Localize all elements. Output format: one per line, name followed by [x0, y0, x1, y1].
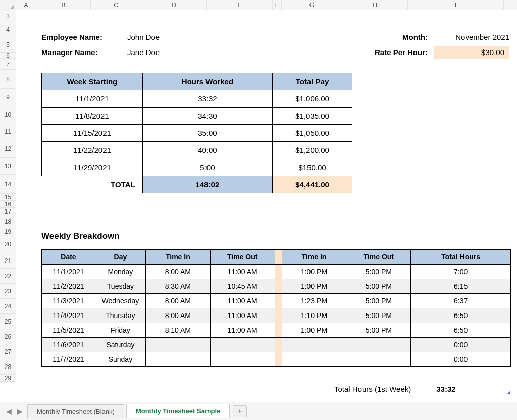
row-header-6[interactable]: 6: [0, 52, 16, 59]
bd-cell-timeout2[interactable]: 5:00 PM: [346, 279, 411, 294]
add-sheet-button[interactable]: +: [233, 405, 247, 417]
row-header-21[interactable]: 21: [0, 253, 16, 269]
bd-cell-day[interactable]: Wednesday: [95, 294, 145, 308]
bd-cell-total[interactable]: 7:00: [411, 265, 511, 279]
summary-cell-pay[interactable]: $1,050.00: [273, 125, 352, 142]
bd-cell-day[interactable]: Monday: [95, 265, 145, 279]
row-header-3[interactable]: 3: [0, 10, 16, 22]
summary-cell-week[interactable]: 11/15/2021: [42, 125, 143, 142]
row-header-18[interactable]: 18: [0, 215, 16, 228]
select-all-corner[interactable]: [0, 0, 16, 10]
row-header-14[interactable]: 14: [0, 175, 16, 194]
row-header-13[interactable]: 13: [0, 158, 16, 175]
bd-cell-date[interactable]: 11/1/2021: [42, 265, 95, 279]
bd-cell-timeout2[interactable]: 5:00 PM: [346, 308, 411, 323]
bd-cell-timein2[interactable]: 1:00 PM: [282, 265, 346, 279]
summary-row[interactable]: 11/1/202133:32$1,006.00: [42, 90, 352, 108]
bd-cell-timeout2[interactable]: 5:00 PM: [346, 294, 411, 308]
bd-cell-timeout1[interactable]: 11:00 AM: [210, 323, 275, 338]
bd-cell-date[interactable]: 11/5/2021: [42, 323, 95, 338]
row-header-26[interactable]: 26: [0, 329, 16, 344]
row-header-12[interactable]: 12: [0, 140, 16, 158]
bd-cell-day[interactable]: Sunday: [95, 352, 145, 367]
summary-cell-hours[interactable]: 33:32: [142, 90, 272, 108]
bd-cell-date[interactable]: 11/2/2021: [42, 279, 95, 294]
summary-cell-pay[interactable]: $1,200.00: [273, 142, 352, 159]
bd-cell-timein1[interactable]: 8:30 AM: [145, 279, 210, 294]
summary-row[interactable]: 11/15/202135:00$1,050.00: [42, 125, 352, 142]
col-header-E[interactable]: E: [207, 0, 273, 10]
bd-cell-timein1[interactable]: 8:00 AM: [145, 308, 210, 323]
bd-cell-date[interactable]: 11/7/2021: [42, 352, 95, 367]
breakdown-row[interactable]: 11/4/2021Thursday8:00 AM11:00 AM1:10 PM5…: [42, 308, 511, 323]
rate-value[interactable]: $30.00: [434, 46, 509, 59]
col-header-A[interactable]: A: [16, 0, 36, 10]
bd-cell-date[interactable]: 11/3/2021: [42, 294, 95, 308]
row-header-27[interactable]: 27: [0, 344, 16, 359]
bd-cell-day[interactable]: Saturday: [95, 338, 145, 352]
summary-row[interactable]: 11/22/202140:00$1,200.00: [42, 142, 352, 159]
bd-cell-timein2[interactable]: [282, 338, 346, 352]
summary-cell-pay[interactable]: $1,035.00: [273, 108, 352, 125]
row-header-15[interactable]: 15: [0, 194, 16, 201]
row-header-7[interactable]: 7: [0, 59, 16, 70]
summary-cell-hours[interactable]: 5:00: [142, 159, 272, 176]
col-header-G[interactable]: G: [282, 0, 342, 10]
bd-cell-total[interactable]: 6:50: [411, 308, 511, 323]
employee-name-value[interactable]: John Doe: [127, 33, 160, 41]
bd-cell-timeout2[interactable]: [346, 338, 411, 352]
col-header-F[interactable]: F: [273, 0, 282, 10]
bd-cell-total[interactable]: 6:50: [411, 323, 511, 338]
col-header-C[interactable]: C: [91, 0, 141, 10]
bd-cell-date[interactable]: 11/4/2021: [42, 308, 95, 323]
bd-cell-total[interactable]: 6:37: [411, 294, 511, 308]
month-value[interactable]: November 2021: [434, 33, 509, 41]
row-header-25[interactable]: 25: [0, 314, 16, 329]
summary-cell-hours[interactable]: 40:00: [142, 142, 272, 159]
bd-cell-timeout2[interactable]: 5:00 PM: [346, 323, 411, 338]
breakdown-row[interactable]: 11/3/2021Wednesday8:00 AM11:00 AM1:23 PM…: [42, 294, 511, 308]
bd-cell-total[interactable]: 0:00: [411, 352, 511, 367]
bd-cell-timeout1[interactable]: 11:00 AM: [210, 265, 275, 279]
bd-cell-timeout1[interactable]: 10:45 AM: [210, 279, 275, 294]
bd-cell-total[interactable]: 0:00: [411, 338, 511, 352]
row-header-5[interactable]: 5: [0, 37, 16, 52]
row-header-29[interactable]: 29: [0, 375, 16, 382]
summary-cell-hours[interactable]: 35:00: [142, 125, 272, 142]
bd-cell-day[interactable]: Thursday: [95, 308, 145, 323]
bd-cell-timeout2[interactable]: 5:00 PM: [346, 265, 411, 279]
bd-cell-timein1[interactable]: 8:10 AM: [145, 323, 210, 338]
breakdown-row[interactable]: 11/1/2021Monday8:00 AM11:00 AM1:00 PM5:0…: [42, 265, 511, 279]
manager-name-value[interactable]: Jane Doe: [127, 48, 160, 57]
bd-cell-timeout1[interactable]: 11:00 AM: [210, 294, 275, 308]
col-header-I[interactable]: I: [408, 0, 504, 10]
col-header-B[interactable]: B: [36, 0, 91, 10]
row-header-20[interactable]: 20: [0, 235, 16, 253]
breakdown-row[interactable]: 11/6/2021Saturday0:00: [42, 338, 511, 352]
bd-cell-timeout1[interactable]: 11:00 AM: [210, 308, 275, 323]
breakdown-row[interactable]: 11/5/2021Friday8:10 AM11:00 AM1:00 PM5:0…: [42, 323, 511, 338]
summary-cell-hours[interactable]: 34:30: [142, 108, 272, 125]
tab-prev-icon[interactable]: ◀: [3, 406, 14, 417]
row-header-16[interactable]: 16: [0, 201, 16, 208]
row-header-24[interactable]: 24: [0, 299, 16, 314]
col-header-D[interactable]: D: [141, 0, 207, 10]
bd-cell-timein2[interactable]: 1:10 PM: [282, 308, 346, 323]
row-header-19[interactable]: 19: [0, 228, 16, 235]
row-header-4[interactable]: 4: [0, 22, 16, 37]
summary-cell-week[interactable]: 11/22/2021: [42, 142, 143, 159]
bd-cell-timeout1[interactable]: [210, 338, 275, 352]
tab-next-icon[interactable]: ▶: [14, 406, 25, 417]
row-header-17[interactable]: 17: [0, 208, 16, 215]
bd-cell-timein1[interactable]: 8:00 AM: [145, 265, 210, 279]
breakdown-row[interactable]: 11/2/2021Tuesday8:30 AM10:45 AM1:00 PM5:…: [42, 279, 511, 294]
row-header-22[interactable]: 22: [0, 269, 16, 284]
summary-cell-pay[interactable]: $150.00: [273, 159, 352, 176]
row-header-11[interactable]: 11: [0, 123, 16, 140]
tab-blank[interactable]: Monthly Timesheet (Blank): [27, 404, 124, 418]
row-header-28[interactable]: 28: [0, 359, 16, 375]
summary-cell-pay[interactable]: $1,006.00: [273, 90, 352, 108]
worksheet-area[interactable]: Employee Name: John Doe Manager Name: Ja…: [16, 10, 517, 402]
summary-row[interactable]: 11/8/202134:30$1,035.00: [42, 108, 352, 125]
bd-cell-day[interactable]: Friday: [95, 323, 145, 338]
